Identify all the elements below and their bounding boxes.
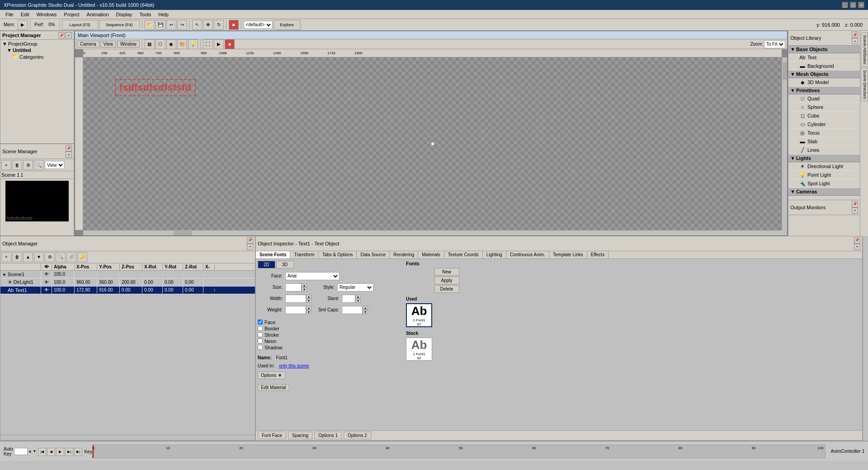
ol-item-spot-light[interactable]: 🔦 Spot Light: [788, 179, 860, 188]
menu-windows[interactable]: Windows: [33, 11, 61, 18]
default-select[interactable]: <default>: [244, 21, 273, 29]
timeline-track[interactable]: 0 10 20 30 40 50 60 70 80 90 100: [92, 445, 826, 458]
tl-play[interactable]: ▶: [56, 448, 64, 456]
oi-close[interactable]: ×: [854, 244, 860, 250]
sf-size-down[interactable]: ▼: [302, 287, 307, 291]
sf-slant-down[interactable]: ▼: [355, 299, 361, 303]
ol-item-slab[interactable]: ▬ Slab: [788, 137, 860, 146]
sf-shadow-check[interactable]: [258, 345, 263, 350]
fonts-delete-btn[interactable]: Delete: [434, 285, 459, 293]
sf-face-check[interactable]: [258, 320, 263, 324]
ol-section-base-header[interactable]: ▼ Base Objects: [788, 46, 860, 53]
ol-item-directional-light[interactable]: ☀ Directional Light: [788, 162, 860, 171]
om-add[interactable]: +: [1, 252, 11, 262]
layout-btn[interactable]: Layout (F3): [62, 20, 98, 30]
ol-item-text[interactable]: Ab Text: [788, 53, 860, 62]
ol-item-point-light[interactable]: 💡 Point Light: [788, 171, 860, 179]
tl-next-frame[interactable]: ▶|: [65, 448, 73, 456]
sf-width-up[interactable]: ▲: [306, 295, 311, 299]
minimize-btn[interactable]: _: [842, 2, 848, 8]
sf-border-check[interactable]: [258, 326, 263, 331]
tab-materials[interactable]: Materials: [418, 251, 444, 258]
edit-material-btn[interactable]: Edit Material: [258, 384, 289, 391]
ol-item-3dmodel[interactable]: ◆ 3D Model: [788, 78, 860, 87]
om-row-scene1[interactable]: ▼ Scene1 👁 100.0: [0, 271, 255, 278]
ol-item-cube[interactable]: ◻ Cube: [788, 112, 860, 120]
view-btn[interactable]: View: [100, 41, 117, 47]
sf-slant-up[interactable]: ▲: [355, 295, 361, 299]
viewport-content[interactable]: 0 258 420 580 740 900 960 1066 1230 1390…: [75, 49, 787, 235]
sm-search[interactable]: 🔍: [34, 160, 44, 170]
tb-open[interactable]: 📂: [145, 20, 155, 30]
autokey-spin-up[interactable]: ▲: [28, 449, 32, 453]
vp-stop[interactable]: ■: [225, 39, 235, 49]
vp-fullscreen[interactable]: ⛶: [203, 39, 213, 49]
om-move-up[interactable]: ▲: [23, 252, 33, 262]
sf-weight-input[interactable]: 0%: [285, 306, 306, 314]
ol-item-background[interactable]: ▬ Background: [788, 62, 860, 70]
sf-smlcaps-down[interactable]: ▼: [363, 310, 368, 314]
menu-tools[interactable]: Tools: [136, 11, 155, 18]
menu-edit[interactable]: Edit: [17, 11, 33, 18]
sm-add[interactable]: +: [1, 160, 11, 170]
menu-help[interactable]: Help: [155, 11, 172, 18]
ol-section-lights-header[interactable]: ▼ Lights: [788, 155, 860, 162]
tab-data-source[interactable]: Data Source: [357, 251, 390, 258]
vp-light[interactable]: 💡: [188, 39, 198, 49]
tab-scene-fonts[interactable]: Scene Fonts: [256, 251, 290, 258]
menu-animation[interactable]: Animation: [83, 11, 113, 18]
autokey-spin-down[interactable]: ▼: [33, 449, 37, 453]
autokey-input[interactable]: 0: [14, 448, 28, 455]
tl-goto-start[interactable]: |◀: [38, 448, 46, 456]
viewport-scrollbar-v[interactable]: [782, 57, 787, 230]
sf-3d-btn[interactable]: 3D: [276, 261, 294, 268]
tab-continuous-anim[interactable]: Continuous Anim.: [506, 251, 549, 258]
pm-item-projectgroup[interactable]: ▼ ProjectGroup: [1, 41, 73, 47]
ol-section-cameras-header[interactable]: ▼ Cameras: [788, 188, 860, 196]
sf-face-select[interactable]: Arial: [285, 272, 340, 280]
tab-template-links[interactable]: Template Links: [549, 251, 587, 258]
menu-file[interactable]: File: [2, 11, 17, 18]
sm-settings[interactable]: ⚙: [23, 160, 33, 170]
close-btn[interactable]: ×: [858, 2, 864, 8]
om-row-dirlight1[interactable]: ☀ DirLight1 👁 100.0 960.00 360.00 200.00…: [0, 278, 255, 287]
vp-play[interactable]: ▶: [214, 39, 224, 49]
om-key[interactable]: 🔑: [77, 252, 87, 262]
fonts-new-btn[interactable]: New: [434, 268, 459, 276]
text-object[interactable]: fsdfsdfsdfsfsfd: [115, 79, 196, 96]
camera-btn[interactable]: Camera: [77, 41, 99, 47]
ol-section-primitives-header[interactable]: ▼ Primitives: [788, 87, 860, 94]
ol-item-sphere[interactable]: ○ Sphere: [788, 103, 860, 112]
tab-effects[interactable]: Effects: [587, 251, 609, 258]
om-settings[interactable]: ⚙: [45, 252, 55, 262]
sf-options-btn[interactable]: Options ▼: [258, 371, 285, 379]
maximize-btn[interactable]: □: [850, 2, 856, 8]
om-cell-text1-eye[interactable]: 👁: [41, 287, 52, 293]
om-search[interactable]: 🔍: [56, 252, 66, 262]
oi-pin[interactable]: 📌: [854, 237, 860, 244]
vp-solid[interactable]: ◉: [166, 39, 176, 49]
sf-smlcaps-up[interactable]: ▲: [363, 306, 368, 310]
sf-weight-down[interactable]: ▼: [306, 310, 311, 314]
ol-section-mesh-header[interactable]: ▼ Mesh Objects: [788, 70, 860, 78]
footer-tab-font-face[interactable]: Font Face: [258, 432, 286, 439]
font-preview-used[interactable]: Ab 1 Font1 62: [406, 303, 432, 327]
tb-redo[interactable]: ↪: [177, 20, 187, 30]
ol-item-quad[interactable]: □ Quad: [788, 94, 860, 103]
sf-neon-check[interactable]: [258, 338, 263, 343]
tb-btn-1[interactable]: ▶: [18, 20, 28, 30]
tb-explore-btn[interactable]: Explore: [274, 20, 301, 30]
window-btn[interactable]: Window: [117, 41, 140, 47]
menu-display[interactable]: Display: [113, 11, 136, 18]
tl-goto-end[interactable]: ▶|: [74, 448, 82, 456]
pm-close[interactable]: ×: [66, 32, 72, 38]
tb-undo[interactable]: ↩: [166, 20, 176, 30]
sf-slant-input[interactable]: 0: [342, 295, 355, 303]
vp-tex[interactable]: 🎨: [177, 39, 187, 49]
menu-project[interactable]: Project: [60, 11, 83, 18]
tb-render[interactable]: ■: [229, 20, 239, 30]
sequence-btn[interactable]: Sequence (F4): [99, 20, 140, 30]
sm-pin[interactable]: 📌: [66, 145, 72, 151]
sf-size-input[interactable]: 62: [285, 283, 302, 291]
sf-width-down[interactable]: ▼: [306, 299, 311, 303]
